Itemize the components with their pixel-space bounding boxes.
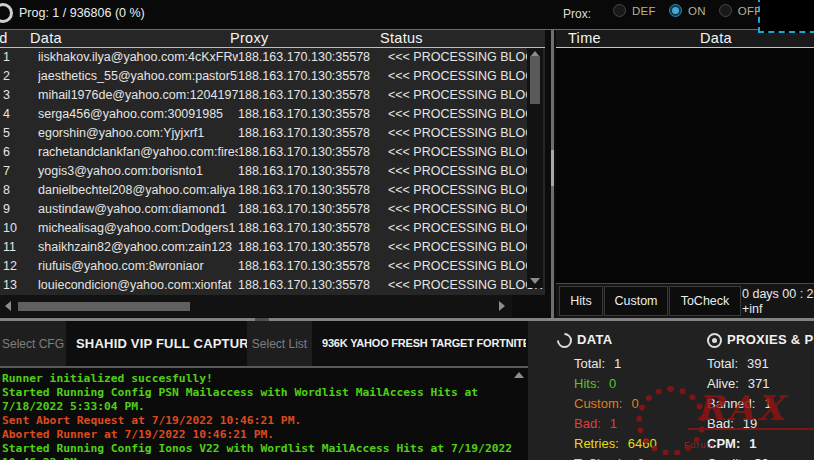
column-header-proxy[interactable]: Proxy: [230, 30, 380, 47]
log-line: Runner initialized succesfully!: [2, 372, 528, 386]
cell-data: iiskhakov.ilya@yahoo.com:4cKxFRw: [38, 48, 238, 67]
table-row[interactable]: 4 serga456@yahoo.com:30091985 188.163.17…: [0, 105, 545, 124]
stats-panel: DATA Total: 1 Hits: 0 Custom: 0 Bad: 1 R…: [528, 321, 814, 460]
log-line: Started Running Config PSN Mailaccess wi…: [2, 386, 528, 414]
table-row[interactable]: 11 shaikhzain82@yahoo.com:zain123 188.16…: [0, 238, 545, 257]
cell-data: louiecondicion@yahoo.com:xionfat: [38, 276, 238, 295]
column-header-id[interactable]: Id: [0, 30, 30, 47]
column-header-data[interactable]: Data: [700, 30, 732, 47]
log-scroll-up-icon[interactable]: [514, 372, 524, 378]
horizontal-splitter[interactable]: [0, 318, 814, 321]
hits-table-body: [556, 48, 814, 283]
stat-value: 1: [764, 394, 771, 414]
data-stats-list: Total: 1 Hits: 0 Custom: 0 Bad: 1 Retrie…: [574, 354, 657, 460]
splitter-grip: [255, 318, 269, 321]
cell-data: serga456@yahoo.com:30091985: [38, 105, 238, 124]
proxies-stats-list: Total: 391 Alive: 371 Banned: 1 Bad: 19 …: [707, 354, 772, 460]
cell-status: <<< PROCESSING BLOCK: [388, 219, 545, 238]
table-row[interactable]: 6 rachetandclankfan@yahoo.com:fires 188.…: [0, 143, 545, 162]
scroll-down-icon[interactable]: [530, 278, 540, 284]
vertical-scrollbar[interactable]: [527, 48, 543, 288]
data-section-title: DATA: [577, 332, 612, 347]
stat-label: Alive:: [707, 374, 739, 394]
table-row[interactable]: 5 egorshin@yahoo.com:Yjyjxrf1 188.163.17…: [0, 124, 545, 143]
select-list-button[interactable]: Select List: [247, 321, 312, 366]
cell-id: 2: [0, 67, 38, 86]
proxy-mode-radio[interactable]: DEF: [613, 4, 656, 17]
horizontal-scrollbar[interactable]: [0, 295, 512, 317]
table-row[interactable]: 10 michealisag@yahoo.com:Dodgers1 188.16…: [0, 219, 545, 238]
cell-id: 5: [0, 124, 38, 143]
cell-status: <<< PROCESSING BLOCK: [388, 105, 545, 124]
table-row[interactable]: 3 mihail1976de@yahoo.com:1204197 188.163…: [0, 86, 545, 105]
cell-id: 11: [0, 238, 38, 257]
log-line: Aborted Runner at 7/19/2022 10:46:21 PM.: [2, 428, 528, 442]
cell-status: <<< PROCESSING BLOCK: [388, 276, 545, 295]
stat-item: CPM: 1: [707, 434, 772, 454]
cell-id: 1: [0, 48, 38, 67]
radio-label: DEF: [632, 5, 656, 17]
cell-id: 6: [0, 143, 38, 162]
horizontal-scroll-thumb[interactable]: [18, 302, 190, 311]
scroll-left-icon[interactable]: [5, 301, 11, 311]
splitter-grip: [551, 150, 554, 186]
vertical-splitter[interactable]: [551, 30, 554, 318]
cell-data: riufuis@yahoo.com:8wroniaor: [38, 257, 238, 276]
proxies-stats-icon: [707, 333, 722, 348]
cell-data: shaikhzain82@yahoo.com:zain123: [38, 238, 238, 257]
cell-proxy: 188.163.170.130:35578: [238, 67, 388, 86]
proxy-mode-radio[interactable]: ON: [669, 4, 706, 17]
table-row[interactable]: 12 riufuis@yahoo.com:8wroniaor 188.163.1…: [0, 257, 545, 276]
stat-value: 1: [749, 434, 756, 454]
stat-item: ToCheck: 0: [574, 454, 657, 460]
stat-value: 6460: [628, 434, 657, 454]
stat-item: Bad: 19: [707, 414, 772, 434]
cell-id: 10: [0, 219, 38, 238]
stat-item: Custom: 0: [574, 394, 657, 414]
elapsed-time: 0 days 00 : 26: [742, 287, 814, 302]
stat-label: Bad:: [707, 414, 734, 434]
wordlist-name: 936K YAHOO FRESH TARGET FORTNITE BY LO: [322, 321, 526, 366]
stat-value: 0: [609, 374, 616, 394]
scroll-right-icon[interactable]: [499, 301, 505, 311]
tab-label: Hits: [570, 294, 592, 308]
stat-label: Credit:: [707, 454, 745, 460]
runner-window: Prog: 1 / 936806 (0 %) Prox: DEF ON OFF …: [0, 0, 814, 460]
cell-status: <<< PROCESSING BLOCK: [388, 67, 545, 86]
stat-label: ToCheck:: [574, 454, 628, 460]
table-row[interactable]: 7 yogis3@yahoo.com:borisnto1 188.163.170…: [0, 162, 545, 181]
results-table-header: Id Data Proxy Status: [0, 30, 545, 48]
stat-item: Total: 1: [574, 354, 657, 374]
table-row[interactable]: 8 danielbechtel208@yahoo.com:aliya 188.1…: [0, 181, 545, 200]
cell-data: mihail1976de@yahoo.com:1204197: [38, 86, 238, 105]
table-row[interactable]: 2 jaesthetics_55@yahoo.com:pastor55 188.…: [0, 67, 545, 86]
table-row[interactable]: 9 austindaw@yahoo.com:diamond1 188.163.1…: [0, 200, 545, 219]
vertical-scroll-thumb[interactable]: [530, 56, 540, 104]
cell-status: <<< PROCESSING BLOCK: [388, 181, 545, 200]
column-header-time[interactable]: Time: [568, 30, 601, 47]
cell-status: <<< PROCESSING BLOCK: [388, 257, 545, 276]
hits-tab[interactable]: ToCheck: [669, 286, 741, 316]
table-row[interactable]: 13 louiecondicion@yahoo.com:xionfat 188.…: [0, 276, 545, 295]
stat-item: Bad: 1: [574, 414, 657, 434]
cell-id: 7: [0, 162, 38, 181]
cell-status: <<< PROCESSING BLOCK: [388, 162, 545, 181]
top-bar: Prog: 1 / 936806 (0 %) Prox: DEF ON OFF: [0, 0, 814, 30]
column-header-status[interactable]: Status: [380, 30, 545, 47]
cell-status: <<< PROCESSING BLOCK: [388, 124, 545, 143]
hits-tab[interactable]: Custom: [604, 286, 668, 316]
cell-id: 3: [0, 86, 38, 105]
data-stats-icon: [554, 330, 575, 351]
tab-label: ToCheck: [681, 294, 730, 308]
select-config-button[interactable]: Select CFG: [0, 321, 66, 366]
stat-item: Total: 391: [707, 354, 772, 374]
stat-item: Banned: 1: [707, 394, 772, 414]
column-header-data[interactable]: Data: [30, 30, 230, 47]
hits-tab[interactable]: Hits: [559, 286, 603, 316]
cell-data: michealisag@yahoo.com:Dodgers1: [38, 219, 238, 238]
table-row[interactable]: 1 iiskhakov.ilya@yahoo.com:4cKxFRw 188.1…: [0, 48, 545, 67]
cell-id: 13: [0, 276, 38, 295]
stat-label: Banned:: [707, 394, 755, 414]
cell-data: jaesthetics_55@yahoo.com:pastor55: [38, 67, 238, 86]
proxy-mode-radio[interactable]: OFF: [719, 4, 762, 17]
